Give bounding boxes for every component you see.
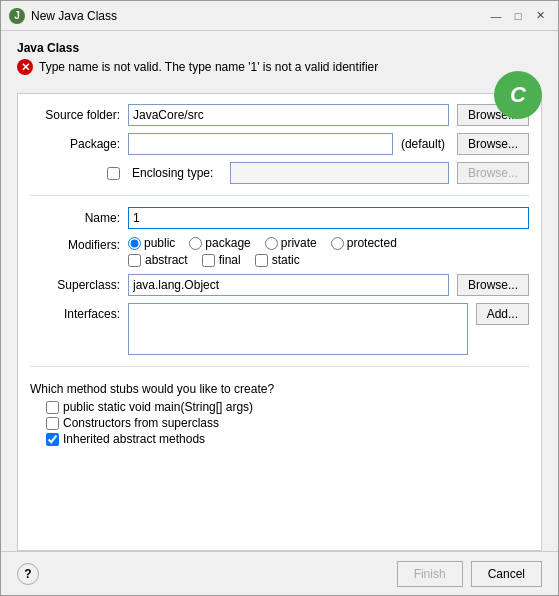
radio-package-input[interactable] bbox=[189, 237, 202, 250]
stub3-checkbox[interactable] bbox=[46, 433, 59, 446]
superclass-input[interactable] bbox=[128, 274, 449, 296]
header-left: Java Class ✕ Type name is not valid. The… bbox=[17, 41, 378, 85]
enclosing-type-checkbox[interactable] bbox=[107, 167, 120, 180]
logo-icon: C bbox=[494, 71, 542, 119]
close-button[interactable]: ✕ bbox=[530, 6, 550, 26]
superclass-row: Superclass: Browse... bbox=[30, 274, 529, 296]
radio-private-input[interactable] bbox=[265, 237, 278, 250]
enclosing-type-browse-button: Browse... bbox=[457, 162, 529, 184]
error-message: Type name is not valid. The type name '1… bbox=[39, 60, 378, 74]
radio-public-input[interactable] bbox=[128, 237, 141, 250]
footer-left: ? bbox=[17, 563, 39, 585]
radio-public: public bbox=[128, 236, 175, 250]
cancel-button[interactable]: Cancel bbox=[471, 561, 542, 587]
radio-public-label: public bbox=[144, 236, 175, 250]
name-row: Name: bbox=[30, 207, 529, 229]
enclosing-type-input[interactable] bbox=[230, 162, 449, 184]
interfaces-textarea[interactable] bbox=[128, 303, 468, 355]
footer-right: Finish Cancel bbox=[397, 561, 542, 587]
section-title: Java Class bbox=[17, 41, 378, 55]
error-icon: ✕ bbox=[17, 59, 33, 75]
final-label: final bbox=[219, 253, 241, 267]
radio-private: private bbox=[265, 236, 317, 250]
stub1-checkbox[interactable] bbox=[46, 401, 59, 414]
enclosing-type-label: Enclosing type: bbox=[132, 166, 222, 180]
package-default-text: (default) bbox=[401, 137, 445, 151]
window-title: New Java Class bbox=[31, 9, 117, 23]
abstract-label: abstract bbox=[145, 253, 188, 267]
stub1-row: public static void main(String[] args) bbox=[46, 400, 529, 414]
minimize-button[interactable]: — bbox=[486, 6, 506, 26]
stubs-section: Which method stubs would you like to cre… bbox=[30, 382, 529, 446]
source-folder-label: Source folder: bbox=[30, 108, 120, 122]
interfaces-row: Interfaces: Add... bbox=[30, 303, 529, 355]
stub3-row: Inherited abstract methods bbox=[46, 432, 529, 446]
modifiers-row: Modifiers: public package pr bbox=[30, 236, 529, 267]
stub2-checkbox[interactable] bbox=[46, 417, 59, 430]
name-input[interactable] bbox=[128, 207, 529, 229]
package-input[interactable] bbox=[128, 133, 393, 155]
title-bar: J New Java Class — □ ✕ bbox=[1, 1, 558, 31]
superclass-browse-button[interactable]: Browse... bbox=[457, 274, 529, 296]
interfaces-add-button[interactable]: Add... bbox=[476, 303, 529, 325]
header-area: Java Class ✕ Type name is not valid. The… bbox=[17, 41, 542, 85]
package-browse-button[interactable]: Browse... bbox=[457, 133, 529, 155]
final-checkbox-row: final bbox=[202, 253, 241, 267]
modifiers-label: Modifiers: bbox=[30, 236, 120, 252]
error-row: ✕ Type name is not valid. The type name … bbox=[17, 59, 378, 75]
stub2-row: Constructors from superclass bbox=[46, 416, 529, 430]
radio-protected-input[interactable] bbox=[331, 237, 344, 250]
package-label: Package: bbox=[30, 137, 120, 151]
stub3-label: Inherited abstract methods bbox=[63, 432, 205, 446]
stub1-label: public static void main(String[] args) bbox=[63, 400, 253, 414]
name-label: Name: bbox=[30, 211, 120, 225]
static-label: static bbox=[272, 253, 300, 267]
radio-package: package bbox=[189, 236, 250, 250]
window-icon: J bbox=[9, 8, 25, 24]
final-checkbox[interactable] bbox=[202, 254, 215, 267]
dialog-window: J New Java Class — □ ✕ Java Class ✕ Type… bbox=[0, 0, 559, 596]
package-row: Package: (default) Browse... bbox=[30, 133, 529, 155]
static-checkbox[interactable] bbox=[255, 254, 268, 267]
modifiers-radio-group: public package private protected bbox=[128, 236, 397, 250]
title-controls: — □ ✕ bbox=[486, 6, 550, 26]
superclass-label: Superclass: bbox=[30, 278, 120, 292]
maximize-button[interactable]: □ bbox=[508, 6, 528, 26]
modifiers-checkbox-group: abstract final static bbox=[128, 253, 397, 267]
enclosing-type-row: Enclosing type: Browse... bbox=[30, 162, 529, 184]
stubs-title: Which method stubs would you like to cre… bbox=[30, 382, 529, 396]
radio-private-label: private bbox=[281, 236, 317, 250]
radio-protected-label: protected bbox=[347, 236, 397, 250]
content-area: Java Class ✕ Type name is not valid. The… bbox=[1, 31, 558, 551]
abstract-checkbox-row: abstract bbox=[128, 253, 188, 267]
divider-1 bbox=[30, 195, 529, 196]
source-folder-input[interactable] bbox=[128, 104, 449, 126]
static-checkbox-row: static bbox=[255, 253, 300, 267]
help-button[interactable]: ? bbox=[17, 563, 39, 585]
modifiers-group: public package private protected bbox=[128, 236, 397, 267]
form-section: Source folder: Browse... Package: (defau… bbox=[17, 93, 542, 551]
stub2-label: Constructors from superclass bbox=[63, 416, 219, 430]
source-folder-row: Source folder: Browse... bbox=[30, 104, 529, 126]
abstract-checkbox[interactable] bbox=[128, 254, 141, 267]
divider-2 bbox=[30, 366, 529, 367]
interfaces-label: Interfaces: bbox=[30, 303, 120, 321]
radio-package-label: package bbox=[205, 236, 250, 250]
enclosing-type-checkbox-wrapper bbox=[30, 167, 120, 180]
footer: ? Finish Cancel bbox=[1, 551, 558, 595]
radio-protected: protected bbox=[331, 236, 397, 250]
finish-button[interactable]: Finish bbox=[397, 561, 463, 587]
title-bar-left: J New Java Class bbox=[9, 8, 117, 24]
